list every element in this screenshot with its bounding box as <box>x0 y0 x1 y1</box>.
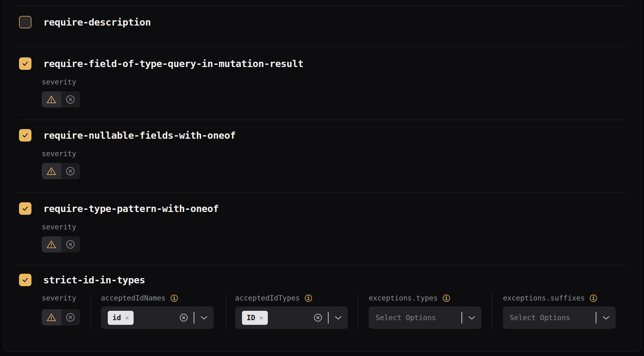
rule-row: require-description <box>4 6 641 46</box>
checkmark-icon <box>21 276 29 284</box>
rule-title: require-field-of-type-query-in-mutation-… <box>43 58 304 69</box>
severity-label: severity <box>42 223 641 231</box>
severity-control <box>42 91 80 108</box>
select-placeholder: Select Options <box>376 314 462 322</box>
circle-x-icon <box>66 240 75 249</box>
option-label: exceptions.types <box>369 294 438 302</box>
severity-warn-button[interactable] <box>42 236 61 253</box>
clear-selection-icon[interactable] <box>314 313 322 322</box>
severity-warn-button[interactable] <box>42 91 61 108</box>
info-icon[interactable]: i <box>443 295 450 302</box>
chevron-down-icon[interactable] <box>335 316 342 320</box>
circle-x-icon <box>66 313 75 322</box>
accepted-id-names-select[interactable]: id ✕ <box>101 306 214 329</box>
rule-title: require-type-pattern-with-oneof <box>43 203 219 214</box>
option-label: acceptedIdNames <box>101 294 166 302</box>
checkmark-icon <box>21 204 29 213</box>
rule-title: require-nullable-fields-with-oneof <box>43 130 236 141</box>
rule-title: require-description <box>43 17 151 28</box>
info-icon[interactable]: i <box>171 295 178 302</box>
select-separator <box>194 312 194 324</box>
rule-checkbox[interactable] <box>19 16 31 28</box>
config-col-accepted-id-names: acceptedIdNames i id ✕ <box>91 293 226 330</box>
select-separator <box>462 312 462 324</box>
panel-top-spacer <box>4 0 641 6</box>
chip-remove-icon[interactable]: ✕ <box>259 315 263 321</box>
warning-triangle-icon <box>46 167 56 176</box>
rule-row: require-nullable-fields-with-oneof sever… <box>4 120 641 192</box>
clear-selection-icon[interactable] <box>179 313 188 322</box>
severity-off-button[interactable] <box>61 236 80 253</box>
info-icon[interactable]: i <box>305 295 312 302</box>
chevron-down-icon[interactable] <box>201 316 207 320</box>
rule-config-row: severity <box>42 293 641 330</box>
severity-control <box>42 236 80 253</box>
rule-row: require-field-of-type-query-in-mutation-… <box>4 47 641 120</box>
severity-label: severity <box>42 294 91 302</box>
config-col-exceptions-suffixes: exceptions.suffixes i Select Options <box>492 293 616 330</box>
severity-control <box>42 163 80 179</box>
rule-checkbox[interactable] <box>19 274 31 286</box>
circle-x-icon <box>66 166 75 176</box>
chevron-down-icon[interactable] <box>468 316 475 320</box>
rule-title: strict-id-in-types <box>43 274 145 286</box>
warning-triangle-icon <box>46 313 56 322</box>
checkmark-icon <box>21 131 29 139</box>
rule-checkbox[interactable] <box>19 202 31 215</box>
severity-label: severity <box>42 149 641 158</box>
severity-off-button[interactable] <box>61 309 80 325</box>
severity-off-button[interactable] <box>61 91 80 108</box>
rule-checkbox[interactable] <box>19 57 31 70</box>
selected-chip: ID ✕ <box>242 311 268 325</box>
checkmark-icon <box>21 60 29 68</box>
accepted-id-types-select[interactable]: ID ✕ <box>235 306 348 329</box>
warning-triangle-icon <box>46 95 56 104</box>
selected-chip: id ✕ <box>108 311 134 325</box>
info-icon[interactable]: i <box>590 295 597 302</box>
select-separator <box>328 312 329 324</box>
severity-off-button[interactable] <box>61 163 80 179</box>
rule-row: require-type-pattern-with-oneof severity <box>4 193 641 265</box>
severity-control <box>42 309 80 325</box>
rule-checkbox[interactable] <box>19 129 31 142</box>
circle-x-icon <box>66 95 75 104</box>
exceptions-types-select[interactable]: Select Options <box>369 306 481 329</box>
select-placeholder: Select Options <box>510 314 596 322</box>
select-separator <box>596 312 596 324</box>
exceptions-suffixes-select[interactable]: Select Options <box>503 306 616 329</box>
severity-warn-button[interactable] <box>42 309 61 325</box>
chip-remove-icon[interactable]: ✕ <box>125 315 129 321</box>
config-col-severity: severity <box>42 293 91 330</box>
severity-warn-button[interactable] <box>42 163 61 179</box>
warning-triangle-icon <box>46 240 56 249</box>
chevron-down-icon[interactable] <box>603 316 609 320</box>
config-col-accepted-id-types: acceptedIdTypes i ID ✕ <box>226 293 358 330</box>
config-col-exceptions-types: exceptions.types i Select Options <box>358 293 492 330</box>
severity-label: severity <box>42 78 641 86</box>
rule-row: strict-id-in-types severity <box>4 265 641 330</box>
option-label: exceptions.suffixes <box>503 294 585 302</box>
rules-panel: require-description require-field-of-typ… <box>4 0 641 352</box>
option-label: acceptedIdTypes <box>235 294 300 302</box>
